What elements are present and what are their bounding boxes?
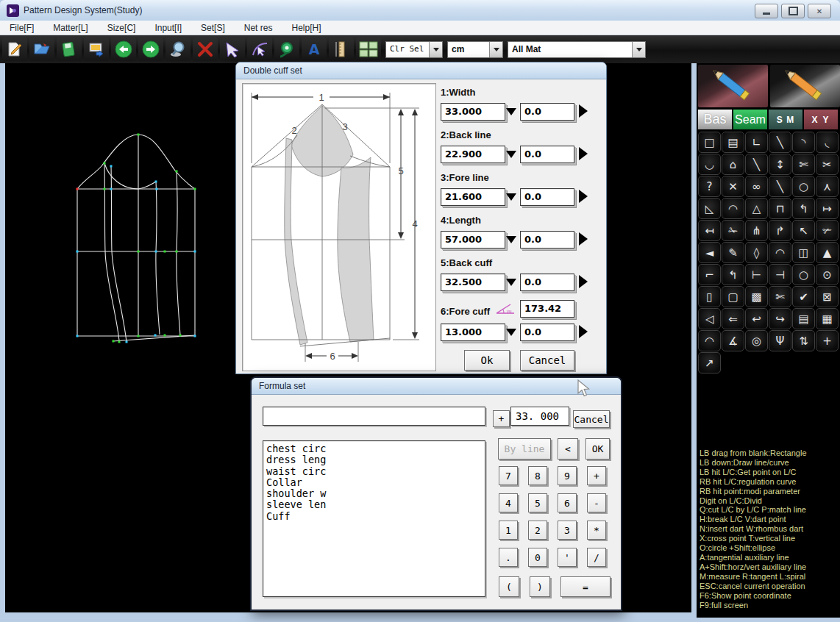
back-line-value-input[interactable]: 22.900 — [441, 146, 505, 163]
dropdown-arrow-icon[interactable] — [429, 42, 442, 57]
tool-button[interactable]: ⋔ — [745, 220, 768, 241]
keypad-button[interactable]: 4 — [499, 493, 518, 512]
select-arrow-button[interactable] — [220, 37, 245, 61]
keypad-open-paren-button[interactable]: ( — [499, 576, 519, 597]
keypad-equals-button[interactable]: = — [560, 576, 611, 597]
tool-button[interactable]: ◁ — [698, 308, 721, 329]
tool-button[interactable]: ▩ — [745, 286, 768, 307]
fore-line-dropdown-icon[interactable] — [506, 193, 516, 201]
menu-item[interactable]: Matter[L] — [53, 23, 88, 33]
tool-button[interactable]: ↤ — [698, 220, 721, 241]
redo-button[interactable] — [138, 37, 163, 61]
formula-expression-input[interactable] — [263, 407, 485, 426]
back-cuff-dropdown-icon[interactable] — [506, 279, 516, 286]
minimize-button[interactable] — [755, 4, 778, 18]
keypad-button[interactable]: + — [587, 466, 606, 485]
keypad-button[interactable]: 7 — [499, 466, 518, 485]
color-select-dropdown[interactable]: Clr Sel — [385, 41, 443, 58]
length-step-icon[interactable] — [579, 232, 588, 246]
tool-button[interactable]: □ — [698, 132, 721, 153]
tool-button[interactable]: ✕ — [722, 176, 744, 197]
tool-button[interactable]: ◎ — [745, 330, 768, 351]
tab-xy[interactable]: X Y — [804, 110, 838, 129]
pattern-grid-button[interactable] — [356, 37, 381, 61]
keypad-button[interactable]: - — [587, 493, 606, 512]
tool-button[interactable]: ◠ — [698, 330, 721, 351]
back-cuff-value-input[interactable]: 32.500 — [441, 274, 505, 291]
menu-item[interactable]: Size[C] — [107, 23, 136, 33]
dropdown-arrow-icon[interactable] — [632, 42, 645, 57]
undo-button[interactable] — [111, 37, 136, 61]
keypad-button[interactable]: 2 — [528, 521, 547, 540]
tool-button[interactable]: ⋏ — [816, 176, 839, 197]
measure-list[interactable]: chest circdress lengwaist circCollarshou… — [263, 440, 485, 597]
fore-cuff-delta-input[interactable]: 0.0 — [520, 323, 574, 341]
measure-list-item[interactable]: dress leng — [266, 454, 485, 465]
fore-line-step-icon[interactable] — [579, 190, 588, 203]
back-cuff-step-icon[interactable] — [579, 275, 588, 288]
tool-button[interactable]: ∡ — [722, 330, 744, 351]
menu-item[interactable]: File[F] — [10, 23, 34, 33]
tool-button[interactable]: ◝ — [792, 132, 815, 153]
tool-button[interactable]: + — [816, 330, 839, 351]
measure-list-item[interactable]: sleeve len — [266, 499, 485, 510]
zoom-button[interactable] — [165, 37, 191, 61]
tool-button[interactable]: ∞ — [745, 176, 768, 197]
fore-cuff-value-input[interactable]: 13.000 — [441, 323, 505, 341]
tool-button[interactable]: ⌐ — [698, 264, 721, 285]
save-as-button[interactable] — [84, 37, 109, 61]
tool-button[interactable]: ↦ — [816, 198, 839, 219]
tool-button[interactable]: ╲ — [769, 132, 791, 153]
base-pencil-button[interactable] — [698, 65, 768, 107]
width-delta-input[interactable]: 0.0 — [520, 103, 574, 121]
length-value-input[interactable]: 57.000 — [441, 231, 505, 249]
delete-button[interactable] — [193, 37, 218, 61]
tool-button[interactable]: ⊙ — [816, 264, 839, 285]
width-value-input[interactable]: 33.000 — [441, 103, 505, 121]
keypad-button[interactable]: 3 — [558, 521, 577, 540]
length-dropdown-icon[interactable] — [506, 236, 516, 243]
fore-cuff-step-icon[interactable] — [579, 325, 588, 338]
measure-list-item[interactable]: waist circ — [266, 466, 485, 477]
tool-button[interactable]: △ — [745, 198, 768, 219]
tool-button[interactable]: ▦ — [816, 308, 839, 329]
seam-pencil-button[interactable] — [770, 65, 840, 107]
tab-seam[interactable]: Seam — [733, 110, 767, 129]
formula-cancel-button[interactable]: Cancel — [573, 410, 610, 428]
tool-button[interactable]: ▯ — [698, 286, 721, 307]
plus-button[interactable]: + — [493, 410, 510, 427]
tool-button[interactable]: ▤ — [792, 308, 815, 329]
tool-button[interactable]: ◠ — [722, 198, 744, 219]
unit-dropdown[interactable]: cm — [447, 41, 503, 58]
tool-button[interactable]: ╲ — [769, 176, 791, 197]
tool-button[interactable]: ◊ — [745, 242, 768, 263]
tool-button[interactable]: ◡ — [698, 154, 721, 175]
tool-button[interactable]: ✁ — [722, 220, 744, 241]
tool-button[interactable]: ✔ — [792, 286, 815, 307]
keypad-button[interactable]: 9 — [558, 466, 577, 485]
tool-button[interactable]: ◄ — [698, 242, 721, 263]
tab-bas[interactable]: Bas — [698, 110, 732, 129]
tool-button[interactable]: ◺ — [698, 198, 721, 219]
tool-button[interactable]: ◫ — [792, 242, 815, 263]
tool-button[interactable]: ▲ — [816, 242, 839, 263]
cuff-angle-value-input[interactable]: 173.42 — [520, 300, 574, 318]
tool-button[interactable]: ⊓ — [769, 198, 791, 219]
save-file-button[interactable] — [57, 37, 82, 61]
back-line-dropdown-icon[interactable] — [506, 151, 516, 158]
tool-button[interactable]: ∟ — [745, 132, 768, 153]
tool-button[interactable]: ╲ — [745, 154, 768, 175]
fore-cuff-dropdown-icon[interactable] — [506, 329, 516, 336]
keypad-button[interactable]: . — [499, 548, 518, 567]
close-button[interactable]: ✕ — [808, 4, 831, 18]
tool-button[interactable]: ↱ — [769, 220, 791, 241]
dropdown-arrow-icon[interactable] — [489, 42, 502, 57]
tool-button[interactable]: ↪ — [769, 308, 791, 329]
new-file-button[interactable] — [2, 37, 27, 61]
backspace-button[interactable]: < — [558, 438, 578, 460]
measure-list-item[interactable]: Collar — [266, 477, 485, 488]
keypad-button[interactable]: 8 — [528, 466, 547, 485]
measure-list-item[interactable]: Cuff — [266, 511, 485, 522]
tool-button[interactable]: ⊠ — [816, 286, 839, 307]
fore-line-value-input[interactable]: 21.600 — [441, 188, 505, 206]
